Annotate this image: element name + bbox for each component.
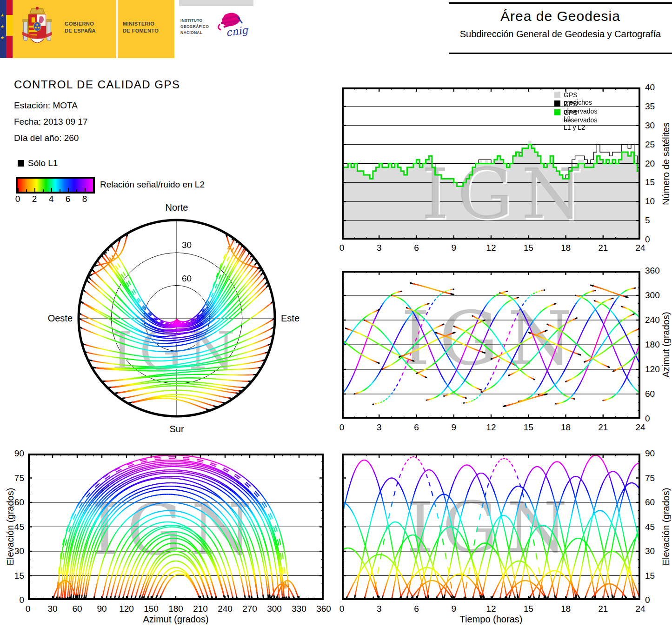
tick-label: 12 <box>486 243 496 253</box>
area-title: Área de Geodesia <box>449 8 672 24</box>
date-line: Fecha: 2013 09 17 <box>14 117 87 127</box>
tick-label: 4 <box>49 194 54 204</box>
skyplot-east-label: Este <box>281 313 299 324</box>
tick-label: 210 <box>193 604 208 614</box>
tick-label: 120 <box>119 604 134 614</box>
tick-label: 24 <box>635 422 645 433</box>
colorbar-tick <box>68 188 69 192</box>
tick-label: 0 <box>339 243 345 253</box>
doy-line: Día del año: 260 <box>14 133 79 143</box>
colorbar-tick <box>85 188 86 192</box>
tick-label: 240 <box>645 315 660 325</box>
y-axis-title-satellites: Número de satélites <box>661 122 672 205</box>
tick-label: 90 <box>14 448 24 459</box>
gobierno-logo-block: GOBIERNO DE ESPAÑA <box>13 0 116 58</box>
ign-label: INSTITUTO GEOGRÁFICO NACIONAL <box>180 18 209 35</box>
colorbar-tick <box>26 189 27 192</box>
colorbar-tick <box>51 188 52 192</box>
colorbar-tick <box>93 189 94 192</box>
star-icon: ★ <box>0 24 4 29</box>
tick-label: 3 <box>377 422 382 433</box>
tick-label: 60 <box>72 604 82 614</box>
ign-logo-block: INSTITUTO GEOGRÁFICO NACIONAL cnig <box>174 0 253 58</box>
tick-label: 15 <box>524 243 533 253</box>
tick-label: 75 <box>14 473 24 483</box>
elevation-time-chart-canvas <box>342 454 640 600</box>
skyplot-north-label: Norte <box>166 202 188 213</box>
tick-label: 30 <box>645 120 655 131</box>
tick-label: 9 <box>451 243 456 253</box>
header-rule-top <box>449 2 672 4</box>
tick-label: 15 <box>524 422 533 433</box>
colorbar-tick <box>18 188 19 192</box>
ign-line1: INSTITUTO <box>180 18 209 24</box>
tick-label: 330 <box>292 604 306 614</box>
tick-label: 270 <box>242 604 257 614</box>
tick-label: 150 <box>144 604 159 614</box>
tick-label: 0 <box>645 595 650 605</box>
tick-label: 30 <box>47 604 57 614</box>
colorbar-tick <box>43 189 44 192</box>
gps-quality-report-page: ★ ★ ★ GOBIERNO <box>0 0 672 628</box>
star-icon: ★ <box>0 35 4 40</box>
tick-label: 6 <box>66 194 71 204</box>
tick-label: 3 <box>377 604 382 614</box>
tick-label: 45 <box>14 522 24 532</box>
gobierno-label: GOBIERNO DE ESPAÑA <box>65 20 96 34</box>
header-rule-bottom <box>449 53 672 54</box>
spain-coat-of-arms <box>20 7 54 52</box>
solo-l1-swatch <box>18 160 24 167</box>
tick-label: 18 <box>561 422 571 433</box>
tick-label: 5 <box>645 215 650 226</box>
tick-label: 60 <box>645 497 655 508</box>
tick-label: 90 <box>97 604 106 614</box>
tick-label: 180 <box>645 340 660 350</box>
tick-label: 2 <box>32 194 37 204</box>
skyplot-south-label: Sur <box>169 424 184 434</box>
tick-label: 0 <box>19 595 24 605</box>
tick-label: 15 <box>645 571 655 581</box>
solo-l1-label: Sólo L1 <box>28 158 58 168</box>
tick-label: 18 <box>561 604 571 614</box>
tick-label: 3 <box>377 243 382 253</box>
tick-label: 30 <box>182 240 192 250</box>
colorbar-tick <box>60 189 60 192</box>
tick-label: 75 <box>645 473 655 483</box>
tick-label: 90 <box>645 448 655 459</box>
cnig-logo-icon: cnig <box>211 10 253 44</box>
tick-label: 45 <box>645 522 655 532</box>
tick-label: 0 <box>645 414 650 424</box>
tick-label: 25 <box>645 140 655 150</box>
tick-label: 120 <box>645 364 660 374</box>
tick-label: 15 <box>524 604 533 614</box>
colorbar-tick <box>76 189 77 192</box>
tick-label: 12 <box>486 422 496 433</box>
azimuth-time-chart-canvas <box>342 271 640 419</box>
legend-swatch-observados-l1 <box>554 100 560 107</box>
x-axis-title-time: Tiempo (horas) <box>460 614 523 625</box>
elevation-azimuth-chart-canvas <box>28 454 324 600</box>
tick-label: 0 <box>15 194 20 204</box>
ministerio-line1: MINISTERIO <box>123 20 159 27</box>
tick-label: 10 <box>645 196 655 207</box>
tick-label: 6 <box>414 243 419 253</box>
tick-label: 30 <box>14 546 24 556</box>
tick-label: 21 <box>598 604 608 614</box>
tick-label: 15 <box>645 177 655 187</box>
x-axis-title-azimuth: Azimut (grados) <box>143 614 208 625</box>
y-axis-title-elevation-right: Elevación (grados) <box>661 488 672 566</box>
ministerio-label: MINISTERIO DE FOMENTO <box>123 20 159 34</box>
ign-line3: NACIONAL <box>180 30 209 36</box>
station-line: Estación: MOTA <box>14 100 78 111</box>
page-title: CONTROL DE CALIDAD GPS <box>14 78 180 91</box>
ign-line2: GEOGRÁFICO <box>180 24 209 30</box>
legend-label: GPS observados L1 y L2 <box>564 109 597 131</box>
tick-label: 24 <box>635 243 645 253</box>
tick-label: 15 <box>14 571 24 581</box>
tick-label: 21 <box>598 422 608 433</box>
tick-label: 0 <box>26 604 31 614</box>
snr-colorbar <box>16 177 95 194</box>
legend-swatch-predichos <box>554 92 560 98</box>
gobierno-line1: GOBIERNO <box>65 20 96 27</box>
tick-label: 60 <box>14 497 24 508</box>
